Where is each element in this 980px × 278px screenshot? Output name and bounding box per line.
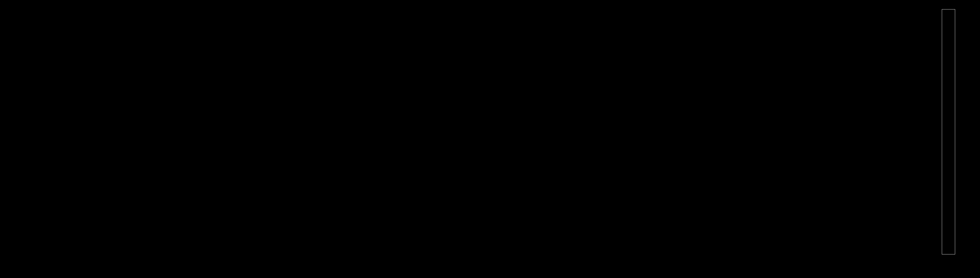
colorbar	[942, 9, 955, 254]
lidar-heatmap-canvas	[26, 7, 888, 257]
ceilometer-quicklook-window	[0, 0, 980, 278]
plot-area	[26, 7, 888, 257]
